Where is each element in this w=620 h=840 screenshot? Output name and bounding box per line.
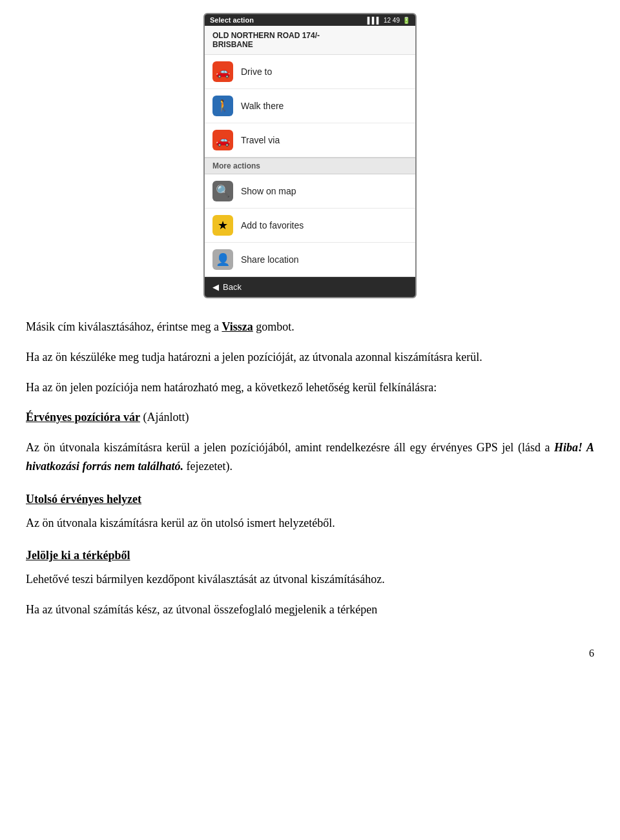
paragraph-last: Ha az útvonal számítás kész, az útvonal …: [26, 600, 594, 619]
walk-there-label: Walk there: [241, 101, 284, 111]
section3-heading: Jelölje ki a térképből: [26, 546, 594, 565]
para1-after: gombot.: [253, 320, 294, 333]
section-2: Utolsó érvényes helyzet Az ön útvonala k…: [26, 490, 594, 533]
add-to-favorites-label: Add to favorites: [241, 220, 304, 230]
share-location-label: Share location: [241, 254, 299, 265]
favorites-icon: ★: [212, 215, 233, 236]
section-1-heading-para: Érvényes pozícióra vár (Ajánlott): [26, 408, 594, 427]
paragraph-3: Ha az ön jelen pozíciója nem határozható…: [26, 378, 594, 397]
status-bar: Select action ▌▌▌ 12 49 🔋: [205, 14, 415, 26]
show-on-map-label: Show on map: [241, 186, 296, 196]
text-content: Másik cím kiválasztásához, érintse meg a…: [26, 318, 594, 661]
drive-icon: 🚗: [212, 61, 233, 82]
add-to-favorites-item[interactable]: ★ Add to favorites: [205, 209, 415, 243]
section1-heading: Érvényes pozícióra vár: [26, 411, 140, 424]
section1-after: fejezetet).: [183, 460, 232, 473]
location-header: OLD NORTHERN ROAD 174/-BRISBANE: [205, 26, 415, 55]
travel-via-item[interactable]: 🚗 Travel via: [205, 123, 415, 157]
section3-text: Lehetővé teszi bármilyen kezdőpont kivál…: [26, 573, 385, 586]
section-1-text: Az ön útvonala kiszámításra kerül a jele…: [26, 438, 594, 476]
more-actions-header: More actions: [205, 158, 415, 174]
paragraph-2: Ha az ön készüléke meg tudja határozni a…: [26, 348, 594, 367]
status-icons: ▌▌▌ 12 49 🔋: [367, 17, 410, 24]
phone-screenshot: Select action ▌▌▌ 12 49 🔋 OLD NORTHERN R…: [203, 13, 417, 298]
drive-to-label: Drive to: [241, 67, 272, 77]
section1-text-before: Az ön útvonala kiszámításra kerül a jele…: [26, 441, 554, 454]
map-icon: 🔍: [212, 181, 233, 201]
section-3: Jelölje ki a térképből Lehetővé teszi bá…: [26, 546, 594, 589]
battery-icon: 🔋: [402, 17, 410, 24]
vissza-link[interactable]: Vissza: [222, 320, 253, 333]
more-actions-section: 🔍 Show on map ★ Add to favorites 👤 Share…: [205, 174, 415, 277]
status-title: Select action: [210, 16, 254, 24]
drive-to-item[interactable]: 🚗 Drive to: [205, 55, 415, 89]
section1-label-text: (Ajánlott): [143, 411, 189, 424]
location-text: OLD NORTHERN ROAD 174/-BRISBANE: [212, 31, 320, 49]
time-display: 12 49: [384, 17, 400, 24]
share-location-item[interactable]: 👤 Share location: [205, 243, 415, 276]
walk-icon: 🚶: [212, 96, 233, 116]
walk-there-item[interactable]: 🚶 Walk there: [205, 89, 415, 123]
travel-via-label: Travel via: [241, 135, 280, 145]
back-bar[interactable]: ◀ Back: [205, 277, 415, 297]
show-on-map-item[interactable]: 🔍 Show on map: [205, 174, 415, 209]
signal-icon: ▌▌▌: [367, 17, 381, 24]
section2-text: Az ön útvonala kiszámításra kerül az ön …: [26, 517, 335, 529]
para1-before: Másik cím kiválasztásához, érintse meg a: [26, 320, 222, 333]
actions-section: 🚗 Drive to 🚶 Walk there 🚗 Travel via: [205, 55, 415, 158]
section2-heading: Utolsó érvényes helyzet: [26, 490, 594, 509]
back-arrow-icon: ◀: [212, 282, 219, 292]
paragraph-1: Másik cím kiválasztásához, érintse meg a…: [26, 318, 594, 336]
page-number: 6: [26, 645, 594, 662]
back-label: Back: [223, 282, 242, 292]
share-icon: 👤: [212, 249, 233, 270]
travel-icon: 🚗: [212, 130, 233, 150]
